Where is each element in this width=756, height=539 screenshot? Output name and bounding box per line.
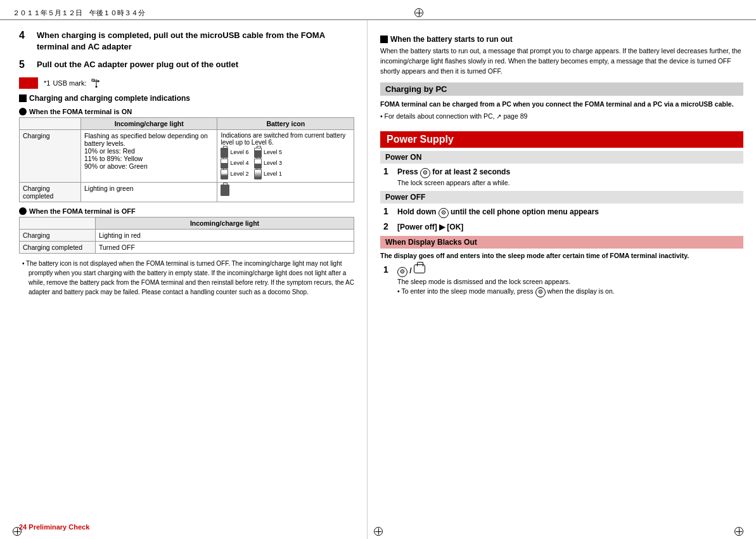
right-column: When the battery starts to run out When … bbox=[368, 20, 756, 539]
header-date: ２０１１年５月１２日 午後１０時３４分 bbox=[13, 8, 145, 18]
link-arrow-icon: ↗ bbox=[496, 113, 501, 120]
power-off-header: Power OFF bbox=[380, 191, 743, 204]
power-off-step2: 2 [Power off] ▶ [OK] bbox=[383, 221, 743, 233]
top-header-bar: ２０１１年５月１２日 午後１０時３４分 bbox=[0, 6, 756, 19]
table-row: Charging Flashing as specified below dep… bbox=[20, 129, 354, 182]
batt-level6-label: Level 6 bbox=[230, 148, 248, 157]
batt-full-icon bbox=[221, 185, 229, 196]
power-off-step1-content: Hold down ⊙ until the cell phone option … bbox=[397, 206, 599, 218]
power-supply-header: Power Supply bbox=[380, 131, 743, 148]
usb-note: *1 USB mark: bbox=[19, 77, 354, 89]
display-blacks-step1-icons: ⊙ / bbox=[397, 264, 615, 277]
power-on-header: Power ON bbox=[380, 151, 743, 164]
power-off-step1-main: Hold down ⊙ until the cell phone option … bbox=[397, 206, 599, 218]
power-off-step1: 1 Hold down ⊙ until the cell phone optio… bbox=[383, 206, 743, 218]
battery-icon-description: Indications are switched from current ba… bbox=[221, 132, 350, 146]
step-5: 5 Pull out the AC adapter power plug out… bbox=[19, 59, 354, 70]
charging-section-header: Charging and charging complete indicatio… bbox=[19, 94, 354, 103]
power-button-icon: ⊙ bbox=[420, 168, 430, 178]
th2-empty bbox=[20, 217, 96, 229]
foma-on-label: When the FOMA terminal is ON bbox=[29, 108, 132, 115]
step-4-number: 4 bbox=[19, 30, 32, 41]
step-5-text: Pull out the AC adapter power plug out o… bbox=[37, 59, 238, 70]
th-battery-icon: Battery icon bbox=[217, 117, 354, 129]
row2-battery-icon bbox=[217, 182, 354, 202]
row1-battery-icon: Indications are switched from current ba… bbox=[217, 129, 354, 182]
row1-charge-light: Flashing as specified below depending on… bbox=[80, 129, 217, 182]
batt-level4-label: Level 4 bbox=[230, 159, 248, 167]
red-marker bbox=[19, 77, 38, 89]
charging-pc-note: • For details about connection with PC, … bbox=[380, 112, 743, 122]
black-sq-right-icon bbox=[380, 36, 388, 43]
th2-incoming-charge: Incoming/charge light bbox=[96, 217, 354, 229]
charging-section-title: Charging and charging complete indicatio… bbox=[29, 94, 190, 103]
power-off-step2-num: 2 bbox=[383, 221, 394, 231]
battery-note: • The battery icon is not displayed when… bbox=[19, 259, 354, 297]
batt-level2-label: Level 2 bbox=[230, 169, 248, 178]
home-button-icon bbox=[414, 264, 425, 273]
top-crosshair-center bbox=[414, 8, 423, 17]
foma-on-header: When the FOMA terminal is ON bbox=[19, 108, 354, 115]
power-btn-hold-icon: ⊙ bbox=[439, 208, 449, 218]
bottom-right-crosshair bbox=[734, 527, 743, 536]
row3-charge-light: Lighting in red bbox=[96, 229, 354, 241]
svg-marker-3 bbox=[98, 80, 99, 82]
table-row: Charging Lighting in red bbox=[20, 229, 354, 241]
bottom-crosshairs bbox=[0, 527, 756, 536]
table-row: Charging completed Turned OFF bbox=[20, 241, 354, 253]
display-blacks-step1-content: ⊙ / The sleep mode is dismissed and the … bbox=[397, 264, 615, 297]
row1-label: Charging bbox=[20, 129, 81, 182]
table-row: Chargingcompleted Lighting in green bbox=[20, 182, 354, 202]
batt-row-43: Level 4 Level 3 bbox=[221, 159, 350, 169]
display-blacks-body: The display goes off and enters into the… bbox=[380, 251, 743, 261]
step-4: 4 When charging is completed, pull out t… bbox=[19, 30, 354, 53]
batt-level1-label: Level 1 bbox=[264, 169, 282, 178]
batt-level2-icon bbox=[221, 169, 228, 179]
batt-row-65: Level 6 Level 5 bbox=[221, 148, 350, 158]
power-on-step1-num: 1 bbox=[383, 166, 394, 176]
display-blacks-header: When Display Blacks Out bbox=[380, 236, 743, 249]
left-column: 4 When charging is completed, pull out t… bbox=[0, 20, 368, 539]
power-on-step1: 1 Press ⊙ for at least 2 seconds The loc… bbox=[383, 166, 743, 188]
batt-level5-label: Level 5 bbox=[264, 148, 282, 157]
foma-on-table: Incoming/charge light Battery icon Charg… bbox=[19, 117, 354, 202]
charging-pc-note-text: • For details about connection with PC, bbox=[380, 112, 495, 120]
power-on-step1-content: Press ⊙ for at least 2 seconds The lock … bbox=[397, 166, 510, 188]
bottom-left-crosshair bbox=[13, 527, 22, 536]
battery-icons-grid: Level 6 Level 5 Level 4 bbox=[221, 148, 350, 179]
usb-icon bbox=[89, 79, 103, 88]
charging-pc-page: page 89 bbox=[503, 112, 527, 120]
batt-level3-label: Level 3 bbox=[264, 159, 282, 167]
power-off-step2-main: [Power off] ▶ [OK] bbox=[397, 221, 463, 233]
th-incoming-charge: Incoming/charge light bbox=[80, 117, 217, 129]
bottom-center-crosshair bbox=[374, 527, 383, 536]
black-square-icon bbox=[19, 94, 27, 102]
svg-rect-2 bbox=[92, 79, 94, 81]
battery-runout-header: When the battery starts to run out bbox=[380, 35, 743, 44]
step-4-text: When charging is completed, pull out the… bbox=[37, 30, 354, 53]
power-on-step1-main: Press ⊙ for at least 2 seconds bbox=[397, 166, 510, 178]
svg-point-4 bbox=[95, 86, 97, 88]
circle-bullet-off-icon bbox=[19, 207, 27, 215]
charging-pc-section: Charging by PC FOMA terminal can be char… bbox=[380, 82, 743, 125]
row2-label: Chargingcompleted bbox=[20, 182, 81, 202]
step-5-number: 5 bbox=[19, 59, 32, 70]
display-blacks-step1-sub1: The sleep mode is dismissed and the lock… bbox=[397, 277, 615, 287]
battery-runout-title: When the battery starts to run out bbox=[390, 35, 513, 44]
note-text: USB mark: bbox=[53, 79, 86, 87]
display-power-icon: ⊙ bbox=[397, 267, 407, 277]
main-content: 4 When charging is completed, pull out t… bbox=[0, 20, 756, 539]
page: ２０１１年５月１２日 午後１０時３４分 4 When charging is c… bbox=[0, 0, 756, 539]
display-blacks-step1-note: • To enter into the sleep mode manually,… bbox=[397, 287, 615, 297]
power-off-step1-num: 1 bbox=[383, 206, 394, 216]
charging-pc-header: Charging by PC bbox=[380, 82, 743, 96]
circle-bullet-icon bbox=[19, 108, 27, 115]
battery-runout-section: When the battery starts to run out When … bbox=[380, 35, 743, 76]
note-ref: *1 bbox=[44, 79, 50, 87]
row2-charge-light: Lighting in green bbox=[80, 182, 217, 202]
charging-pc-body: FOMA terminal can be charged from a PC w… bbox=[380, 98, 743, 125]
foma-off-header: When the FOMA terminal is OFF bbox=[19, 207, 354, 215]
display-blacks-step1-num: 1 bbox=[383, 264, 394, 275]
row4-label: Charging completed bbox=[20, 241, 96, 253]
power-on-step1-sub: The lock screen appears after a while. bbox=[397, 178, 510, 188]
